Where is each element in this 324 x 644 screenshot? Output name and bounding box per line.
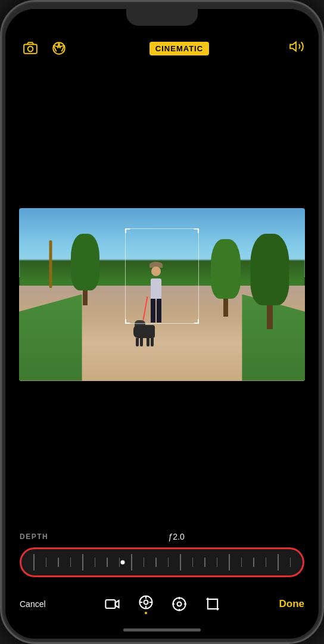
speaker-icon[interactable] [289,39,304,58]
tree-right [249,234,291,329]
aperture-icon[interactable] [48,38,70,59]
depth-label: DEPTH [20,532,48,541]
crop-toolbar-icon[interactable] [204,596,221,612]
scene [19,208,305,381]
slider-dot [120,561,124,565]
tree-mid-right [209,239,242,317]
depth-header: DEPTH ƒ2.0 [20,532,304,541]
svg-point-18 [177,602,181,606]
svg-point-17 [173,598,185,611]
volume-up-button[interactable] [0,121,2,157]
silent-switch[interactable] [0,228,2,276]
home-indicator [5,624,319,639]
video-area[interactable] [5,66,319,522]
cinematic-badge[interactable]: CINEMATIC [149,42,209,55]
depth-value: ƒ2.0 [168,532,184,541]
bottom-toolbar: Cancel [5,587,319,624]
palm-tree [42,216,60,288]
svg-marker-9 [290,42,296,51]
active-dot [145,612,147,614]
cinematic-adjust-toolbar-icon[interactable] [138,594,154,614]
depth-slider-container[interactable] [20,547,304,577]
tree-left [70,234,100,305]
depth-area: DEPTH ƒ2.0 [5,522,319,587]
top-left-icons [20,38,70,59]
cancel-button[interactable]: Cancel [20,597,46,611]
phone-frame: CINEMATIC [0,0,324,644]
target-toolbar-icon[interactable] [171,596,188,612]
done-button[interactable]: Done [279,598,305,610]
home-bar [123,628,201,631]
video-camera-toolbar-icon[interactable] [104,596,121,612]
toolbar-icons-group [104,594,221,614]
camera-icon[interactable] [20,38,41,59]
video-frame [19,208,305,381]
svg-point-12 [144,600,148,605]
depth-slider-track[interactable] [20,547,304,577]
volume-down-button[interactable] [0,169,2,216]
phone-screen: CINEMATIC [5,9,319,639]
slider-ticks [33,549,291,575]
svg-rect-10 [105,600,115,608]
person [143,267,169,332]
notch [126,9,198,26]
svg-point-1 [28,47,33,52]
